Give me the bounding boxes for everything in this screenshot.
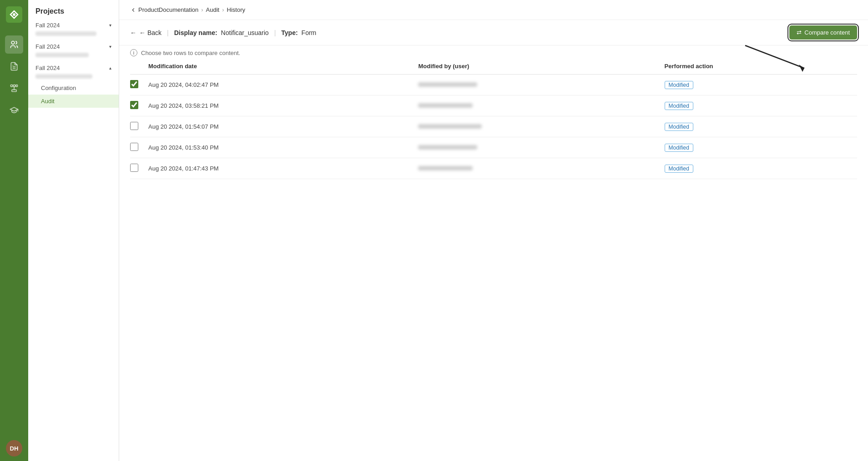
sidebar: Projects Fall 2024 ▾ Fall 2024 ▾ Fall 20… bbox=[28, 0, 119, 461]
row-date-2: Aug 20 2024, 01:54:07 PM bbox=[148, 116, 418, 137]
svg-point-1 bbox=[13, 13, 15, 16]
breadcrumb: ProductDocumentation › Audit › History bbox=[119, 0, 868, 20]
blurred-bar-1 bbox=[35, 31, 96, 36]
row-user-1 bbox=[418, 95, 664, 116]
sidebar-group-3-header[interactable]: Fall 2024 ▴ bbox=[28, 62, 119, 74]
sidebar-title: Projects bbox=[28, 0, 119, 19]
row-user-4 bbox=[418, 158, 664, 179]
back-label: ← Back bbox=[139, 29, 161, 36]
table-header-row: Modification date Modified by (user) Per… bbox=[130, 58, 857, 75]
row-checkbox-4[interactable] bbox=[130, 164, 138, 172]
nav-forms[interactable] bbox=[5, 57, 23, 75]
sidebar-group-1: Fall 2024 ▾ bbox=[28, 19, 119, 39]
display-name-label: Display name: bbox=[174, 29, 217, 36]
row-action-3: Modified bbox=[665, 137, 857, 158]
info-divider-1: | bbox=[167, 29, 169, 36]
compare-btn-label: Compare content bbox=[804, 29, 850, 36]
row-checkbox-3[interactable] bbox=[130, 143, 138, 151]
icon-bar-bottom: DH bbox=[6, 440, 22, 456]
row-checkbox-cell-2 bbox=[130, 116, 148, 137]
row-user-2 bbox=[418, 116, 664, 137]
modified-badge-1: Modified bbox=[665, 102, 693, 110]
row-checkbox-cell-1 bbox=[130, 95, 148, 116]
col-checkbox bbox=[130, 58, 148, 75]
sidebar-group-2: Fall 2024 ▾ bbox=[28, 40, 119, 60]
row-action-2: Modified bbox=[665, 116, 857, 137]
svg-rect-7 bbox=[16, 85, 17, 87]
back-button[interactable]: ← ← Back bbox=[130, 29, 161, 36]
breadcrumb-current: History bbox=[227, 6, 245, 13]
col-modified-by: Modified by (user) bbox=[418, 58, 664, 75]
svg-rect-8 bbox=[12, 90, 16, 91]
info-bar-left: ← ← Back | Display name: Notificar_usuar… bbox=[130, 29, 316, 36]
row-action-4: Modified bbox=[665, 158, 857, 179]
row-date-0: Aug 20 2024, 04:02:47 PM bbox=[148, 75, 418, 95]
row-checkbox-cell-3 bbox=[130, 137, 148, 158]
row-user-3 bbox=[418, 137, 664, 158]
nav-graduation[interactable] bbox=[5, 101, 23, 119]
row-date-3: Aug 20 2024, 01:53:40 PM bbox=[148, 137, 418, 158]
row-date-4: Aug 20 2024, 01:47:43 PM bbox=[148, 158, 418, 179]
col-performed-action: Performed action bbox=[665, 58, 857, 75]
sidebar-item-configuration-label: Configuration bbox=[41, 85, 76, 91]
row-checkbox-2[interactable] bbox=[130, 122, 138, 130]
user-avatar[interactable]: DH bbox=[6, 440, 22, 456]
type-value: Form bbox=[302, 29, 317, 36]
sidebar-item-audit-label: Audit bbox=[41, 98, 55, 105]
info-divider-2: | bbox=[274, 29, 276, 36]
table-row: Aug 20 2024, 03:58:21 PMModified bbox=[130, 95, 857, 116]
sidebar-group-2-label: Fall 2024 bbox=[35, 43, 60, 50]
row-checkbox-cell-0 bbox=[130, 75, 148, 95]
col-modification-date: Modification date bbox=[148, 58, 418, 75]
chevron-down-icon-1: ▾ bbox=[109, 23, 111, 28]
info-icon: i bbox=[130, 49, 137, 56]
modified-badge-0: Modified bbox=[665, 81, 693, 89]
modified-badge-3: Modified bbox=[665, 144, 693, 152]
type-label: Type: bbox=[281, 29, 298, 36]
table-row: Aug 20 2024, 01:47:43 PMModified bbox=[130, 158, 857, 179]
row-checkbox-1[interactable] bbox=[130, 101, 138, 109]
svg-rect-5 bbox=[11, 85, 13, 87]
table-row: Aug 20 2024, 01:53:40 PMModified bbox=[130, 137, 857, 158]
table-row: Aug 20 2024, 04:02:47 PMModified bbox=[130, 75, 857, 95]
modified-badge-4: Modified bbox=[665, 165, 693, 173]
nav-people[interactable] bbox=[5, 35, 23, 54]
svg-rect-6 bbox=[13, 85, 15, 87]
chevron-down-icon-2: ▾ bbox=[109, 44, 111, 49]
row-action-0: Modified bbox=[665, 75, 857, 95]
row-checkbox-0[interactable] bbox=[130, 80, 138, 88]
hint-row: i Choose two rows to compare content. bbox=[119, 45, 868, 58]
display-name-value: Notificar_usuario bbox=[221, 29, 269, 36]
app-logo[interactable] bbox=[6, 6, 22, 25]
breadcrumb-item-2[interactable]: Audit bbox=[206, 6, 220, 13]
breadcrumb-back[interactable] bbox=[130, 7, 136, 13]
row-user-0 bbox=[418, 75, 664, 95]
sidebar-group-1-header[interactable]: Fall 2024 ▾ bbox=[28, 19, 119, 31]
hint-text: Choose two rows to compare content. bbox=[141, 50, 240, 56]
blurred-bar-2 bbox=[35, 53, 89, 57]
breadcrumb-item-1[interactable]: ProductDocumentation bbox=[138, 6, 198, 13]
icon-bar: DH bbox=[0, 0, 28, 461]
sidebar-group-2-header[interactable]: Fall 2024 ▾ bbox=[28, 40, 119, 53]
table-container: Modification date Modified by (user) Per… bbox=[119, 58, 868, 461]
svg-point-2 bbox=[11, 41, 15, 45]
sidebar-item-audit[interactable]: Audit bbox=[28, 95, 119, 108]
nav-hierarchy[interactable] bbox=[5, 79, 23, 97]
row-action-1: Modified bbox=[665, 95, 857, 116]
sidebar-group-3-label: Fall 2024 bbox=[35, 65, 60, 71]
table-row: Aug 20 2024, 01:54:07 PMModified bbox=[130, 116, 857, 137]
sidebar-group-3: Fall 2024 ▴ Configuration Audit bbox=[28, 62, 119, 108]
sidebar-item-configuration[interactable]: Configuration bbox=[28, 81, 119, 95]
blurred-bar-3 bbox=[35, 74, 92, 79]
compare-content-button[interactable]: ⇄ Compare content bbox=[789, 25, 857, 40]
info-bar: ← ← Back | Display name: Notificar_usuar… bbox=[119, 20, 868, 45]
sidebar-group-1-label: Fall 2024 bbox=[35, 22, 60, 29]
history-table: Modification date Modified by (user) Per… bbox=[130, 58, 857, 179]
chevron-up-icon-3: ▴ bbox=[109, 65, 111, 70]
breadcrumb-sep-2: › bbox=[222, 6, 224, 13]
row-date-1: Aug 20 2024, 03:58:21 PM bbox=[148, 95, 418, 116]
modified-badge-2: Modified bbox=[665, 123, 693, 131]
breadcrumb-sep-1: › bbox=[201, 6, 203, 13]
main-content: ProductDocumentation › Audit › History ←… bbox=[119, 0, 868, 461]
row-checkbox-cell-4 bbox=[130, 158, 148, 179]
